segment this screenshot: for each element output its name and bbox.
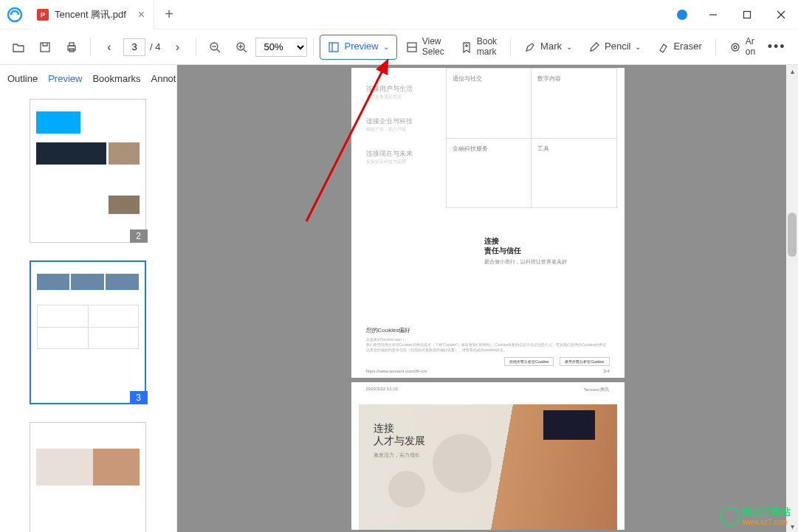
bookmark-icon xyxy=(461,41,472,53)
thumbnail-page-2[interactable]: 2 xyxy=(30,99,148,243)
ar-button[interactable]: Aron xyxy=(722,35,763,60)
svg-rect-5 xyxy=(41,43,49,52)
thumbnail-list: 2 3 4 xyxy=(0,91,176,532)
preview-icon xyxy=(328,41,340,53)
chevron-down-icon: ⌄ xyxy=(566,43,572,51)
pencil-icon xyxy=(588,41,600,53)
pdf-icon: P xyxy=(37,9,49,21)
svg-point-22 xyxy=(732,44,739,51)
svg-line-10 xyxy=(217,49,220,52)
svg-rect-16 xyxy=(329,43,338,52)
svg-rect-2 xyxy=(744,11,751,18)
scrollbar-thumb[interactable] xyxy=(788,213,797,257)
new-tab-button[interactable]: + xyxy=(154,6,184,23)
tab-annotations[interactable]: Annotat xyxy=(151,73,177,84)
sidebar: Outline Preview Bookmarks Annotat 2 3 4 xyxy=(0,65,177,532)
tab-title: Tencent 腾讯.pdf xyxy=(55,8,126,21)
pdf-viewer[interactable]: 连接用户与生活通过业务满足生活 连接企业与科技赋能产业，助力升级 连接现在与未来… xyxy=(177,65,798,532)
tab-preview[interactable]: Preview xyxy=(48,73,82,84)
svg-rect-7 xyxy=(69,43,74,46)
highlighter-icon xyxy=(524,41,536,53)
eraser-icon xyxy=(657,41,669,53)
page-4-content: 2023/3/22 11:15 Tencent 腾讯 连接人才与发展 激发活力，… xyxy=(351,382,625,530)
next-page-button[interactable]: › xyxy=(165,35,190,60)
sidebar-tabs: Outline Preview Bookmarks Annotat xyxy=(0,65,176,91)
app-logo xyxy=(0,7,30,23)
svg-point-23 xyxy=(734,46,737,49)
watermark: 极光下载站 www.xz7.com xyxy=(720,507,791,526)
scroll-up-icon[interactable]: ▴ xyxy=(786,65,798,77)
mark-button[interactable]: Mark ⌄ xyxy=(517,35,579,60)
zoom-out-button[interactable] xyxy=(202,35,227,60)
toolbar: ‹ / 4 › 50% Preview ⌄ ViewSelec Bookmark… xyxy=(0,30,798,65)
print-button[interactable] xyxy=(59,35,84,60)
chevron-down-icon: ⌄ xyxy=(383,43,389,51)
eraser-button[interactable]: Eraser xyxy=(650,35,709,60)
view-select-button[interactable]: ViewSelec xyxy=(399,35,452,60)
watermark-icon xyxy=(720,507,740,526)
svg-line-13 xyxy=(244,49,247,52)
close-button[interactable] xyxy=(764,0,798,30)
pencil-button[interactable]: Pencil ⌄ xyxy=(581,35,648,60)
thumbnail-page-4[interactable]: 4 xyxy=(30,422,148,532)
page-total-label: / 4 xyxy=(150,41,160,52)
tab-bookmarks[interactable]: Bookmarks xyxy=(92,73,140,84)
page-number-input[interactable] xyxy=(123,38,145,56)
page-3-content: 连接用户与生活通过业务满足生活 连接企业与科技赋能产业，助力升级 连接现在与未来… xyxy=(351,68,625,378)
zoom-select[interactable]: 50% xyxy=(255,38,307,57)
more-button[interactable]: ••• xyxy=(764,35,789,60)
document-tab[interactable]: P Tencent 腾讯.pdf × xyxy=(30,0,154,30)
tab-close-icon[interactable]: × xyxy=(138,8,145,21)
gear-icon xyxy=(729,41,741,53)
security-indicator-icon[interactable] xyxy=(677,10,687,20)
zoom-in-button[interactable] xyxy=(229,35,254,60)
select-icon xyxy=(406,41,418,53)
vertical-scrollbar[interactable]: ▴ ▾ xyxy=(786,65,798,532)
preview-mode-button[interactable]: Preview ⌄ xyxy=(320,35,396,60)
prev-page-button[interactable]: ‹ xyxy=(97,35,122,60)
open-file-button[interactable] xyxy=(6,35,31,60)
bookmark-button[interactable]: Bookmark xyxy=(453,35,504,60)
tab-outline[interactable]: Outline xyxy=(7,73,38,84)
minimize-button[interactable] xyxy=(696,0,730,30)
chevron-down-icon: ⌄ xyxy=(635,43,641,51)
svg-point-0 xyxy=(8,8,21,21)
thumbnail-page-3[interactable]: 3 xyxy=(30,260,148,404)
save-button[interactable] xyxy=(32,35,58,60)
titlebar: P Tencent 腾讯.pdf × + xyxy=(0,0,798,30)
maximize-button[interactable] xyxy=(730,0,764,30)
